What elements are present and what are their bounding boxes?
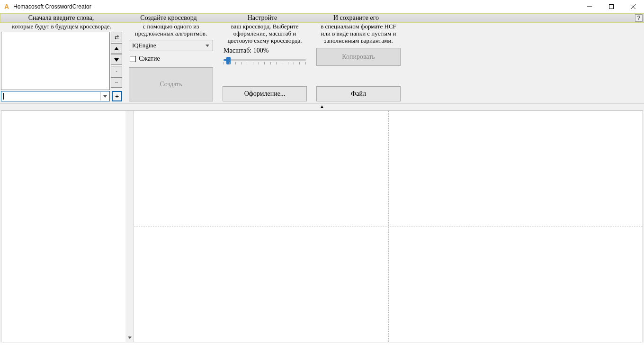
minimize-button[interactable]	[579, 0, 600, 13]
engine-select-value: IQEngine	[132, 42, 156, 49]
words-body: ⇄ - --	[1, 32, 122, 90]
help-button[interactable]: ?	[635, 14, 643, 22]
engine-select[interactable]: IQEngine	[129, 40, 213, 51]
scale-label: Масштаб: 100%	[220, 46, 310, 55]
panel-configure: ваш кроссворд. Выберите оформление, масш…	[220, 23, 310, 101]
svg-rect-1	[609, 5, 614, 9]
remove-all-button[interactable]: --	[111, 77, 122, 88]
canvas-inner	[1, 110, 643, 342]
copy-button[interactable]: Копировать	[316, 48, 401, 66]
chevron-down-icon	[206, 45, 209, 47]
move-down-button[interactable]	[111, 55, 122, 65]
step-bar: Сначала введите слова, Создайте кроссвор…	[0, 13, 644, 23]
clues-pane[interactable]	[1, 111, 134, 342]
step-3-title: Настройте	[215, 14, 309, 22]
swap-button[interactable]: ⇄	[111, 32, 122, 42]
panel-configure-desc: ваш кроссворд. Выберите оформление, масш…	[220, 23, 310, 46]
create-button[interactable]: Создать	[129, 67, 213, 101]
window-title: Homacosoft CrosswordCreator	[13, 3, 579, 10]
title-bar: A Homacosoft CrosswordCreator	[0, 0, 644, 13]
collapse-toggle[interactable]: ▲	[320, 104, 324, 109]
arrow-up-icon	[114, 47, 119, 50]
chevron-down-icon	[103, 95, 107, 98]
step-4-title: И сохраните его	[309, 14, 403, 22]
step-2-title: Создайте кроссворд	[122, 14, 215, 22]
panel-save: в специальном формате HCF или в виде пап…	[313, 23, 403, 101]
panel-words: которые будут в будущем кроссворде. ⇄ - …	[1, 23, 122, 101]
remove-button[interactable]: -	[111, 66, 122, 76]
panel-create: с помощью одного из предложенных алгорит…	[126, 23, 216, 101]
crossword-grid-pane[interactable]	[134, 111, 643, 342]
add-word-button[interactable]: +	[112, 91, 122, 101]
file-button[interactable]: Файл	[316, 86, 401, 101]
word-input-dropdown[interactable]	[100, 92, 109, 100]
scale-slider[interactable]	[224, 55, 306, 67]
slider-ticks	[224, 62, 306, 64]
scroll-up-button[interactable]	[125, 111, 134, 119]
move-up-button[interactable]	[111, 43, 122, 54]
chevron-down-icon	[128, 337, 132, 339]
compress-row: Сжатие	[126, 52, 216, 65]
step-1-title: Сначала введите слова,	[0, 14, 122, 22]
arrow-down-icon	[114, 58, 119, 62]
panel-save-desc: в специальном формате HCF или в виде пап…	[313, 23, 403, 46]
design-button[interactable]: Оформление...	[223, 86, 307, 101]
clues-scrollbar[interactable]	[125, 111, 134, 342]
window-controls	[579, 0, 644, 13]
maximize-button[interactable]	[600, 0, 622, 13]
engine-select-dropdown	[204, 42, 211, 49]
panels-row: которые будут в будущем кроссворде. ⇄ - …	[0, 23, 644, 103]
scroll-down-button[interactable]	[125, 334, 134, 342]
chevron-up-icon	[128, 111, 132, 119]
compress-label: Сжатие	[139, 55, 160, 63]
close-button[interactable]	[622, 0, 644, 13]
word-input[interactable]	[1, 91, 110, 101]
panel-words-desc: которые будут в будущем кроссворде.	[1, 23, 122, 32]
slider-track	[224, 59, 306, 61]
words-footer: +	[1, 90, 122, 101]
app-icon: A	[3, 3, 10, 10]
words-side-buttons: ⇄ - --	[111, 32, 122, 90]
panel-create-desc: с помощью одного из предложенных алгорит…	[126, 23, 216, 39]
compress-checkbox[interactable]	[130, 56, 136, 62]
canvas-area: ▲	[0, 103, 644, 343]
words-listbox[interactable]	[1, 32, 110, 90]
